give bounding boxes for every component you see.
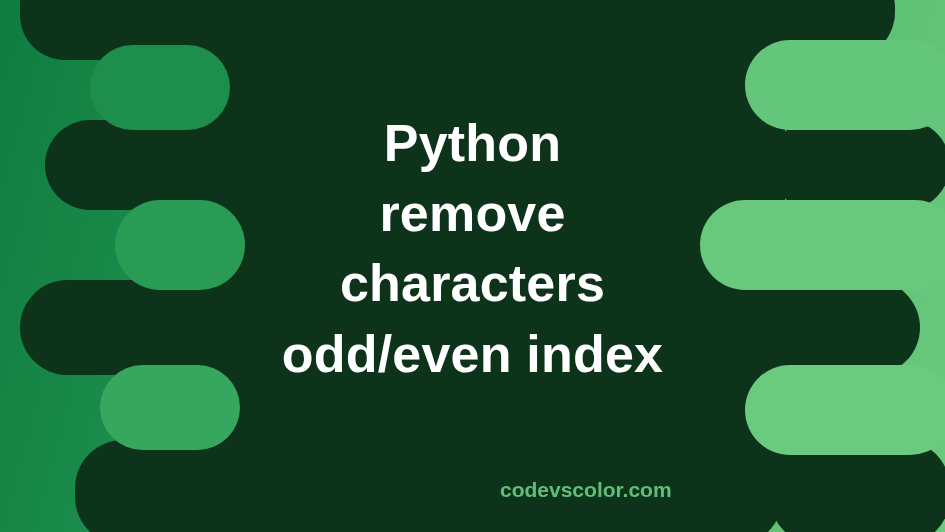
title-line: Python xyxy=(0,108,945,178)
banner-graphic: Python remove characters odd/even index … xyxy=(0,0,945,532)
title-line: odd/even index xyxy=(0,319,945,389)
dark-blob-left xyxy=(75,440,245,532)
watermark-text: codevscolor.com xyxy=(500,478,672,502)
banner-title: Python remove characters odd/even index xyxy=(0,108,945,389)
title-line: characters xyxy=(0,248,945,318)
title-line: remove xyxy=(0,178,945,248)
